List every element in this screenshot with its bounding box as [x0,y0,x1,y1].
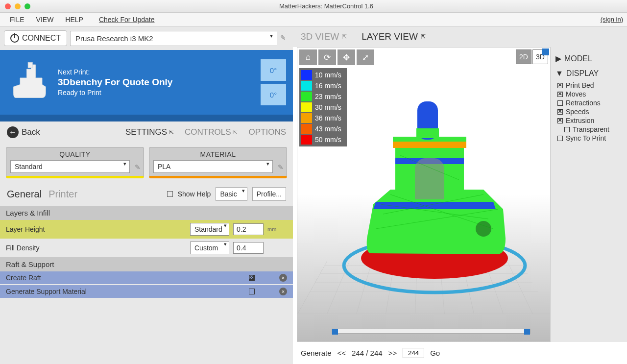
next-print-label: Next Print: [58,68,261,76]
fill-density-preset[interactable]: Custom [190,242,229,254]
legend-row: 30 mm/s [301,102,345,113]
legend-swatch [301,92,312,101]
display-option[interactable]: Extrusion [557,116,622,125]
display-option[interactable]: Moves [557,90,622,98]
tab-general[interactable]: General [7,189,42,200]
mode-2d-button[interactable]: 2D [516,49,531,64]
checkbox-icon[interactable] [557,92,563,97]
model-section-header[interactable]: ▶ MODEL [555,51,622,66]
generate-bar: Generate << 244 / 244 >> Go [293,342,627,364]
tab-controls[interactable]: CONTROLS⇱ [185,127,238,137]
popout-icon: ⇱ [233,129,238,136]
menu-file[interactable]: FILE [4,14,30,25]
menu-help[interactable]: HELP [59,14,89,25]
reset-support-icon[interactable]: × [279,288,287,295]
layer-height-input[interactable]: 0.2 [233,223,264,235]
quality-select[interactable]: Standard [10,160,130,173]
display-option[interactable]: Sync To Print [557,134,622,143]
checkbox-icon[interactable] [557,83,563,88]
edit-quality-icon[interactable]: ✎ [135,163,141,171]
bed-temp[interactable]: 0° [261,84,286,105]
quality-header: QUALITY [10,150,140,158]
material-header: MATERIAL [153,150,283,158]
legend-swatch [301,124,312,134]
display-option-label: Transparent [573,125,609,133]
print-panel: Next Print: 3Dbenchy For Quote Only Read… [0,50,293,115]
connect-label: CONNECT [22,34,61,43]
tab-printer[interactable]: Printer [48,189,77,200]
reset-raft-icon[interactable]: × [279,274,287,282]
layer-count: 244 / 244 [352,349,383,357]
legend-row: 36 mm/s [301,113,345,123]
check-update-link[interactable]: Check For Update [99,16,155,24]
popout-icon: ⇱ [342,33,347,40]
display-option[interactable]: Transparent [564,125,622,134]
layer-height-preset[interactable]: Standard [190,223,229,236]
legend-swatch [301,135,312,145]
row-create-raft: Create Raft × [0,271,293,284]
material-select[interactable]: PLA [153,160,273,173]
generate-support-checkbox[interactable] [249,289,255,294]
prev-layer-button[interactable]: << [338,349,346,357]
sign-in-link[interactable]: (sign in) [601,16,623,23]
display-option-label: Sync To Print [566,134,606,142]
tab-3d-view[interactable]: 3D VIEW⇱ [301,31,347,42]
display-option[interactable]: Retractions [557,98,622,107]
display-option[interactable]: Speeds [557,107,622,116]
zoom-icon[interactable]: ⤢ [357,49,374,65]
row-fill-density: Fill Density Custom 0.4 [0,239,293,257]
power-icon [10,34,19,43]
checkbox-icon[interactable] [564,127,570,132]
level-select[interactable]: Basic [216,187,247,201]
print-status: Ready to Print [58,89,261,97]
display-option[interactable]: Print Bed [557,81,622,90]
viewport-toolbar: ⌂ ⟳ ✥ ⤢ [299,49,374,65]
close-window-icon[interactable] [5,3,11,9]
printer-select[interactable]: Prusa Research i3 MK2 [70,31,277,46]
back-button[interactable]: ← Back [7,126,40,138]
viewport[interactable]: ⌂ ⟳ ✥ ⤢ 2D 3D 10 mm/s16 mm/s23 mm/s30 mm… [297,47,551,342]
quality-box: QUALITY Standard ✎ [6,147,144,178]
progress-bar [0,115,293,121]
speed-legend: 10 mm/s16 mm/s23 mm/s30 mm/s36 mm/s43 mm… [299,68,347,146]
fill-density-input[interactable]: 0.4 [233,242,264,254]
display-option-label: Moves [566,90,586,98]
layer-slider-horizontal[interactable] [332,329,531,334]
connect-button[interactable]: CONNECT [4,30,67,46]
edit-printer-icon[interactable]: ✎ [280,34,289,43]
tab-settings[interactable]: SETTINGS⇱ [125,127,174,137]
display-option-label: Extrusion [566,117,594,124]
rotate-icon[interactable]: ⟳ [318,49,336,65]
checkbox-icon[interactable] [557,109,563,115]
checkbox-icon[interactable] [557,118,563,123]
edit-material-icon[interactable]: ✎ [278,163,284,171]
tab-options[interactable]: OPTIONS [248,127,286,137]
hotend-temp[interactable]: 0° [261,59,286,81]
menu-view[interactable]: VIEW [30,14,60,25]
checkbox-icon[interactable] [557,100,563,106]
tab-layer-view[interactable]: LAYER VIEW⇱ [362,31,426,42]
go-button[interactable]: Go [430,349,440,357]
create-raft-checkbox[interactable] [249,275,255,281]
profile-button[interactable]: Profile... [252,187,286,201]
display-option-label: Speeds [566,108,589,116]
home-view-icon[interactable]: ⌂ [299,49,317,65]
next-layer-button[interactable]: >> [388,349,397,357]
generate-button[interactable]: Generate [301,349,332,357]
display-option-label: Print Bed [566,81,594,89]
show-help-checkbox[interactable] [167,191,173,197]
move-icon[interactable]: ✥ [338,49,355,65]
print-name: 3Dbenchy For Quote Only [58,77,261,88]
popout-icon: ⇱ [169,129,174,136]
layer-slider-vertical[interactable] [542,49,549,314]
layer-input[interactable] [403,348,424,358]
minimize-window-icon[interactable] [15,3,21,9]
legend-label: 16 mm/s [315,82,341,90]
display-section-header[interactable]: ▼ DISPLAY [555,66,622,81]
chevron-right-icon: ▶ [555,54,561,63]
svg-rect-4 [416,128,439,138]
checkbox-icon[interactable] [557,136,563,141]
maximize-window-icon[interactable] [24,3,30,9]
material-box: MATERIAL PLA ✎ [149,147,287,178]
row-layer-height: Layer Height Standard 0.2 mm [0,220,293,239]
